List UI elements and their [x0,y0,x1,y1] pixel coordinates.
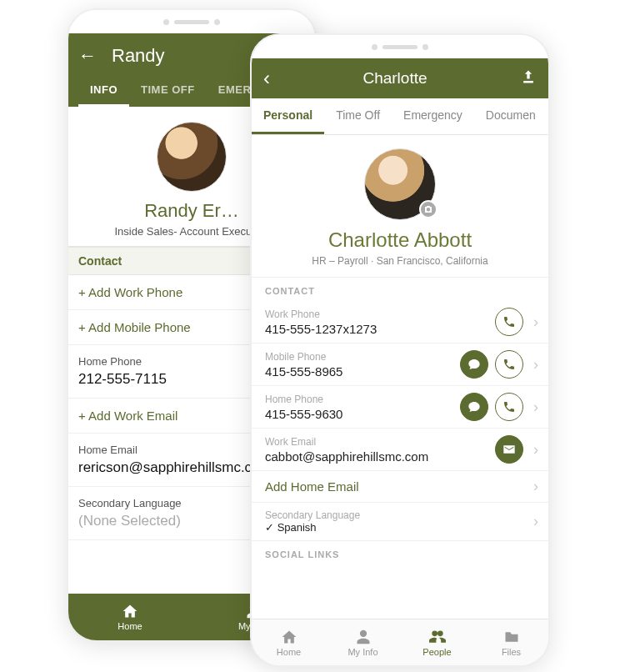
phone-icon [502,358,516,371]
camera-icon[interactable] [419,200,438,218]
user-icon [355,629,372,645]
profile-subtitle: HR – Payroll · San Francisco, California [252,255,548,267]
mobile-phone-value: 415-555-8965 [265,364,453,379]
work-email-label: Work Email [265,436,488,448]
tab-personal[interactable]: Personal [252,98,324,134]
nav-home[interactable]: Home [252,619,326,665]
section-header-contact: CONTACT [252,278,548,301]
work-email-row[interactable]: Work Email cabbot@sapphirehillsmc.com › [252,429,548,471]
profile-name: Charlotte Abbott [252,228,548,252]
tab-emergency[interactable]: Emergency [392,98,474,134]
chat-icon [468,358,481,371]
home-phone-label: Home Phone [265,394,453,405]
home-phone-value: 415-555-9630 [265,407,453,421]
section-header-social: SOCIAL LINKS [252,541,548,564]
page-title: Randy [112,45,165,67]
phone-icon [502,400,516,414]
secondary-language-label: Secondary Language [265,509,523,521]
tab-info[interactable]: INFO [78,75,129,107]
work-email-value: cabbot@sapphirehillsmc.com [265,449,488,464]
back-icon[interactable]: ← [78,45,97,67]
home-icon [122,603,138,619]
add-home-email[interactable]: Add Home Email › [252,471,548,503]
work-phone-row[interactable]: Work Phone 415-555-1237x1273 › [252,301,548,344]
profile-card: Charlotte Abbott HR – Payroll · San Fran… [252,135,548,278]
work-phone-value: 415-555-1237x1273 [265,322,488,336]
call-button[interactable] [495,308,523,336]
mobile-phone-row[interactable]: Mobile Phone 415-555-8965 › [252,344,548,386]
bottom-nav: Home My Info People Files [252,619,548,665]
call-button[interactable] [495,350,523,379]
chevron-right-icon: › [530,513,540,530]
phone-right: ‹ Charlotte Personal Time Off Emergency … [250,33,550,667]
chat-icon [468,400,481,414]
mail-icon [502,443,516,456]
phone-notch [252,35,548,58]
home-icon [281,629,298,645]
secondary-language-row[interactable]: Secondary Language ✓ Spanish › [252,503,548,541]
chevron-right-icon: › [530,356,540,374]
nav-files[interactable]: Files [474,619,548,665]
nav-home[interactable]: Home [68,594,192,640]
add-home-email-label: Add Home Email [265,479,523,494]
nav-files-label: Files [502,647,521,657]
nav-home-label: Home [277,647,301,657]
share-icon[interactable] [520,68,537,89]
people-icon [429,629,446,645]
nav-people-label: People [422,647,451,657]
page-title: Charlotte [270,69,520,88]
chevron-right-icon: › [530,441,540,459]
work-phone-label: Work Phone [265,308,488,320]
mobile-phone-label: Mobile Phone [265,351,453,363]
message-button[interactable] [460,350,488,379]
nav-my-info[interactable]: My Info [326,619,400,665]
phone-notch [68,10,315,33]
nav-people[interactable]: People [400,619,474,665]
phone-icon [502,315,516,328]
call-button[interactable] [495,393,523,421]
tab-time-off[interactable]: Time Off [324,98,392,134]
nav-home-label: Home [118,621,142,631]
chevron-right-icon: › [530,478,540,495]
back-icon[interactable]: ‹ [263,67,270,90]
chevron-right-icon: › [530,399,540,416]
header-bar: ‹ Charlotte [252,58,548,98]
tab-documents[interactable]: Documen [474,98,548,134]
tab-time-off[interactable]: TIME OFF [129,75,207,107]
nav-my-info-label: My Info [348,647,378,657]
secondary-language-value: Spanish [278,521,317,534]
message-button[interactable] [460,393,488,421]
folder-icon [503,629,520,645]
avatar[interactable] [157,122,227,192]
email-button[interactable] [495,435,523,464]
tabs: Personal Time Off Emergency Documen [252,98,548,135]
chevron-right-icon: › [530,313,540,331]
home-phone-row[interactable]: Home Phone 415-555-9630 › [252,386,548,429]
